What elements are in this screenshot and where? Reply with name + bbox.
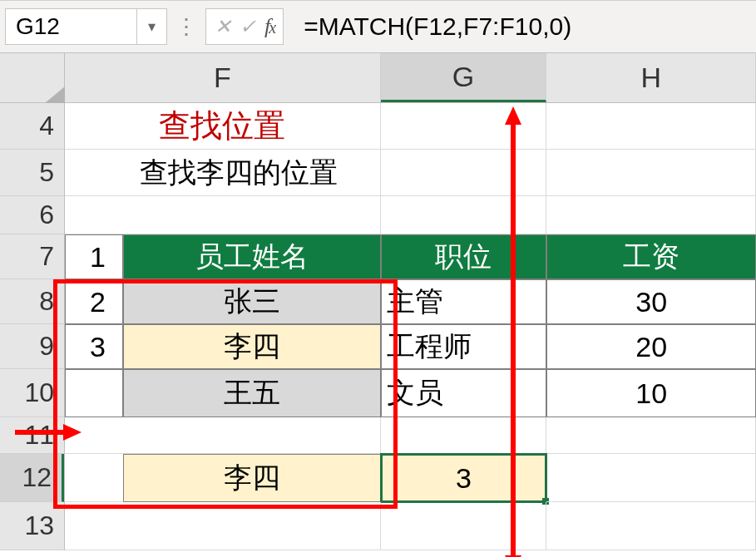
table-cell-role[interactable]: 主管	[381, 279, 547, 324]
cell[interactable]	[381, 417, 547, 454]
table-cell-role[interactable]: 文员	[381, 369, 547, 417]
cell[interactable]	[546, 103, 756, 150]
row-header[interactable]: 4	[0, 103, 64, 150]
active-cell[interactable]: 3	[381, 454, 547, 502]
cell[interactable]	[546, 150, 756, 196]
table-header-salary[interactable]: 工资	[546, 234, 756, 279]
row-headers: 4 5 6 7 8 9 10 11 12 13	[0, 103, 65, 550]
table-cell-name[interactable]: 王五	[123, 369, 381, 417]
index-cell[interactable]: 3	[65, 324, 123, 369]
enter-icon[interactable]: ✓	[240, 15, 256, 38]
cell[interactable]	[381, 150, 547, 196]
cells-area[interactable]: 查找位置 查找李四的位置 1 员工姓名 职位 工资 2 张三 主管 30 3	[65, 103, 756, 557]
cell[interactable]	[65, 196, 381, 234]
index-cell[interactable]	[65, 369, 123, 417]
cell[interactable]	[65, 502, 381, 550]
row-header[interactable]: 6	[0, 196, 64, 234]
name-box-value: G12	[6, 13, 136, 40]
lookup-value-cell[interactable]: 李四	[123, 454, 381, 502]
row-header[interactable]: 8	[0, 279, 64, 324]
title-text: 查找位置	[159, 105, 285, 147]
cell[interactable]	[546, 196, 756, 234]
row-header[interactable]: 5	[0, 150, 64, 196]
cell[interactable]	[381, 502, 547, 550]
row-header[interactable]: 10	[0, 369, 64, 417]
cell[interactable]	[546, 454, 756, 502]
column-header-F[interactable]: F	[65, 53, 381, 102]
spreadsheet-grid: F G H 4 5 6 7 8 9 10 11 12 13 查找位置 查找李四的…	[0, 53, 756, 557]
table-cell-salary[interactable]: 10	[546, 369, 756, 417]
subtitle-cell[interactable]: 查找李四的位置	[65, 150, 381, 196]
row-header[interactable]: 13	[0, 502, 64, 550]
separator-icon: ⋮	[172, 14, 200, 40]
name-box[interactable]: G12 ▾	[5, 8, 167, 45]
column-header-H[interactable]: H	[546, 53, 756, 102]
table-header-role[interactable]: 职位	[381, 234, 547, 279]
cell[interactable]	[546, 502, 756, 550]
fx-icon[interactable]: fx	[264, 14, 274, 39]
row-header[interactable]: 7	[0, 234, 64, 279]
name-box-dropdown[interactable]: ▾	[136, 9, 166, 44]
table-cell-role[interactable]: 工程师	[381, 324, 547, 369]
cell[interactable]	[381, 196, 547, 234]
table-cell-name[interactable]: 张三	[123, 279, 381, 324]
cell[interactable]	[546, 417, 756, 454]
table-cell-salary[interactable]: 30	[546, 279, 756, 324]
select-all-corner[interactable]	[0, 53, 65, 103]
cell[interactable]	[381, 103, 547, 150]
table-cell-salary[interactable]: 20	[546, 324, 756, 369]
index-cell[interactable]: 2	[65, 279, 123, 324]
title-cell[interactable]: 查找位置	[65, 103, 381, 150]
table-header-name[interactable]: 员工姓名	[123, 234, 381, 279]
column-headers: F G H	[65, 53, 756, 103]
row-header[interactable]: 12	[0, 454, 64, 502]
formula-bar: G12 ▾ ⋮ ✕ ✓ fx =MATCH(F12,F7:F10,0)	[0, 0, 756, 53]
subtitle-text: 查找李四的位置	[140, 154, 338, 192]
row-header[interactable]: 11	[0, 417, 64, 454]
column-header-G[interactable]: G	[381, 53, 547, 102]
cancel-icon[interactable]: ✕	[215, 15, 231, 38]
chevron-down-icon: ▾	[148, 17, 156, 36]
row-header[interactable]: 9	[0, 324, 64, 369]
table-cell-name[interactable]: 李四	[123, 324, 381, 369]
index-cell[interactable]: 1	[65, 234, 123, 279]
cell[interactable]	[65, 454, 123, 502]
cell[interactable]	[65, 417, 381, 454]
formula-buttons: ✕ ✓ fx	[205, 8, 284, 45]
formula-input[interactable]: =MATCH(F12,F7:F10,0)	[289, 4, 751, 49]
